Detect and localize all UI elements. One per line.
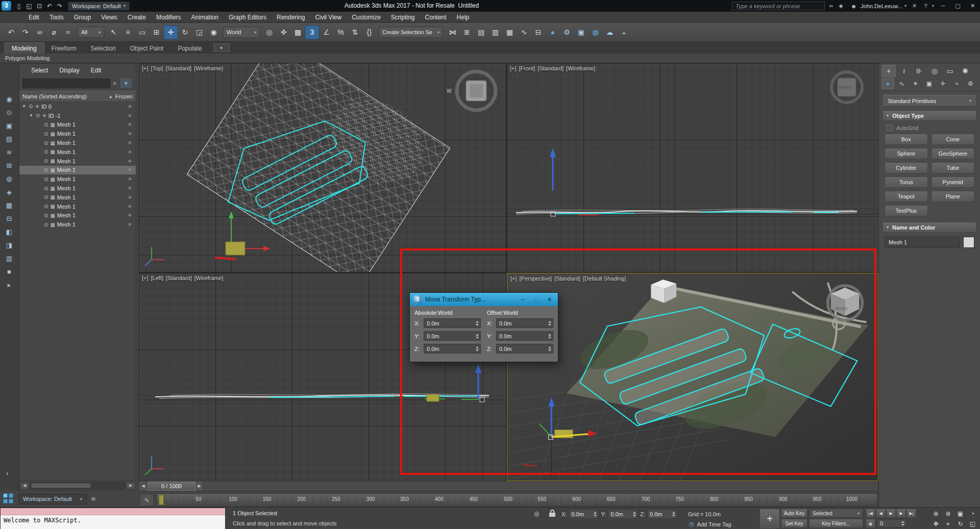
ribbon-tab[interactable]: Freeform [44,43,84,54]
visibility-eye-icon[interactable]: ⊙ [44,186,48,191]
explorer-horizontal-scrollbar[interactable]: ◀ ▶ [19,481,136,490]
key-mode-toggle-icon[interactable]: ◈ [866,519,875,528]
visibility-eye-icon[interactable]: ⊙ [29,104,33,109]
keyboard-shortcut-override-icon[interactable]: ▩ [291,26,305,39]
visibility-eye-icon[interactable]: ⊙ [44,149,48,155]
spacewarps-category-icon[interactable]: ≈ [950,78,963,89]
primitive-type-dropdown[interactable]: Standard Primitives ▾ [884,95,975,107]
time-slider-handle[interactable]: 0 / 1000 [148,482,195,491]
expand-icon[interactable]: · [37,213,42,218]
frozen-icon[interactable]: ❄ [128,140,132,145]
viewport-menu-standard[interactable]: [Standard] [537,65,564,71]
scene-explorer-row[interactable]: · ⊙ ▦ Mesh 1 ❄ [19,166,136,175]
3dsmax-logo-icon[interactable]: 3 [2,1,11,11]
name-column-header[interactable]: Name (Sorted Ascending) [22,93,106,99]
hierarchy-tab-icon[interactable]: ⊪ [912,65,926,77]
explorer-menu-item[interactable]: Edit [85,67,107,74]
primitive-button[interactable]: Sphere [885,148,928,159]
menu-item[interactable]: Create [122,12,151,23]
visibility-eye-icon[interactable]: ⊙ [44,222,48,228]
viewport-menu-pov[interactable]: [Perspective] [520,275,552,282]
viewport-perspective-canvas[interactable]: FRONT [507,273,878,481]
scrollbar-thumb[interactable] [31,483,91,488]
previous-frame-button[interactable]: ◀ [876,509,886,518]
viewport-menu-plus[interactable]: [+] [142,275,149,281]
select-object-icon[interactable]: ↖ [107,26,120,39]
object-type-rollout[interactable]: ▾ Object Type [883,110,976,121]
viewport-menu-plus[interactable]: [+] [142,65,149,71]
menu-item[interactable]: Help [452,12,475,23]
object-color-swatch[interactable] [963,237,974,248]
viewcube[interactable]: FRONT [828,286,863,320]
open-file-icon[interactable]: ◱ [24,1,34,11]
menu-item[interactable]: Modifiers [151,12,186,23]
track-bar-frame-marker[interactable] [159,495,164,505]
ribbon-tab[interactable]: Populate [170,43,209,54]
mirror-icon[interactable]: ⋈ [446,26,459,39]
viewport-top[interactable]: [+] [Top] [Standard] [Wireframe] [139,63,506,272]
expand-icon[interactable]: · [37,122,42,127]
systems-category-icon[interactable]: ⚙ [964,78,977,89]
expand-icon[interactable]: · [37,177,42,182]
name-and-color-rollout[interactable]: ▾ Name and Color [883,222,976,233]
shapes-category-icon[interactable]: ∿ [895,78,908,89]
scene-explorer-row[interactable]: · ⊙ ▦ Mesh 1 ❄ [19,202,136,211]
explorer-toolbar-icon[interactable]: ≋ [3,147,15,158]
ribbon-config-button[interactable]: ▾ [213,43,230,52]
explorer-toolbar-icon[interactable]: ▸ [3,280,15,290]
visibility-eye-icon[interactable]: ⊙ [44,122,48,128]
visibility-eye-icon[interactable]: ⊙ [44,140,48,146]
primitive-button[interactable]: Plane [932,191,975,202]
scene-explorer-row[interactable]: · ⊙ ▦ Mesh 1 ❄ [19,120,136,130]
viewport-perspective[interactable]: [+] [Perspective] [Standard] [Default Sh… [507,273,878,481]
unlink-selection-icon[interactable]: ⌀ [47,26,61,39]
viewport-menu-pov[interactable]: [Front] [519,65,535,71]
current-frame-field[interactable]: 0 [877,519,906,527]
window-crossing-toggle-icon[interactable]: ⊞ [150,26,163,39]
selection-lock-icon[interactable] [548,510,556,518]
expand-icon[interactable]: · [37,186,42,191]
viewport-top-canvas[interactable]: W [139,63,506,272]
zoom-icon[interactable]: ⊕ [930,509,942,518]
menu-item[interactable]: Civil View [310,12,347,23]
render-setup-icon[interactable]: ⚙ [560,26,574,39]
maximize-button[interactable]: ▢ [950,0,965,12]
viewport-menu-standard[interactable]: [Standard] [166,275,192,281]
expand-icon[interactable]: ▼ [29,113,34,118]
explorer-toolbar-icon[interactable]: ◨ [3,240,15,250]
y-coordinate-field[interactable]: 0.0m [608,510,638,519]
time-slider-next-icon[interactable]: ▶ [195,482,204,491]
viewport-menu-standard[interactable]: [Standard] [554,275,580,282]
primitive-button[interactable]: Torus [885,177,928,188]
explorer-toolbar-icon[interactable]: ▦ [3,200,15,211]
viewport-menu-plus[interactable]: [+] [510,275,517,282]
render-in-cloud-icon[interactable]: ☁ [603,26,617,39]
explorer-toolbar-icon[interactable]: ▣ [3,120,15,131]
expand-icon[interactable]: · [37,168,42,172]
viewcube[interactable]: FRONT [831,72,862,103]
offset-value-field[interactable]: 0.0m [496,318,553,328]
viewport-menu-pov[interactable]: [Left] [151,275,163,281]
visibility-eye-icon[interactable]: ⊙ [44,204,48,209]
frozen-icon[interactable]: ❄ [128,159,132,164]
key-filter-set-dropdown[interactable]: Selected ▾ [809,509,863,518]
go-to-start-button[interactable]: |◀ [866,509,875,518]
selected-object[interactable] [214,242,245,259]
rectangular-selection-region-icon[interactable]: ▭ [135,26,149,39]
help-icon[interactable]: ? [921,3,930,9]
select-and-place-icon[interactable]: ◉ [207,26,220,39]
cameras-category-icon[interactable]: ▣ [923,78,936,89]
auto-key-button[interactable]: Auto Key [781,509,807,518]
angle-snap-icon[interactable]: ∠ [320,26,333,39]
material-editor-icon[interactable]: ◕ [546,26,559,39]
spinner-arrows-icon[interactable] [547,334,552,339]
scene-explorer-row[interactable]: · ⊙ ▦ Mesh 1 ❄ [19,129,136,138]
explorer-toolbar-icon[interactable]: ◧ [3,226,15,237]
maxscript-mini-listener[interactable]: Welcome to MAXScript. [0,508,226,529]
frozen-icon[interactable]: ❄ [128,213,132,218]
absolute-value-field[interactable]: 0.0m [424,344,481,354]
field-of-view-icon[interactable]: ◔ [967,509,978,518]
viewport-front[interactable]: [+] [Front] [Standard] [Wireframe] [507,63,878,272]
menu-item[interactable]: Edit [23,12,44,23]
viewport-menu-shading[interactable]: [Wireframe] [566,65,595,71]
